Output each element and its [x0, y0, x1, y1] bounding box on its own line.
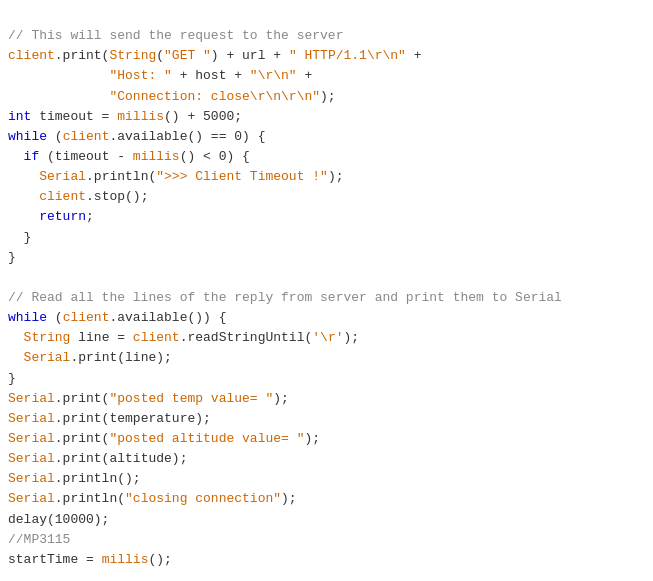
code-line-24: delay(10000); [8, 512, 109, 527]
code-line-19: Serial.print(temperature); [8, 411, 211, 426]
code-line-25: startTime = millis(); [8, 552, 172, 567]
code-editor: // This will send the request to the ser… [8, 6, 645, 570]
code-line-12: } [8, 250, 16, 265]
code-line-21: Serial.print(altitude); [8, 451, 187, 466]
code-line-2: client.print(String("GET ") + url + " HT… [8, 48, 422, 63]
code-line-16: Serial.print(line); [8, 350, 172, 365]
code-line-10: return; [8, 209, 94, 224]
code-line-7: if (timeout - millis() < 0) { [8, 149, 250, 164]
code-line-9: client.stop(); [8, 189, 148, 204]
comment-line-1: // This will send the request to the ser… [8, 28, 343, 43]
code-line-18: Serial.print("posted temp value= "); [8, 391, 289, 406]
code-line-4: "Connection: close\r\n\r\n"); [8, 89, 336, 104]
code-line-14: while (client.available()) { [8, 310, 226, 325]
code-line-8: Serial.println(">>> Client Timeout !"); [8, 169, 344, 184]
code-line-23: Serial.println("closing connection"); [8, 491, 297, 506]
code-line-6: while (client.available() == 0) { [8, 129, 265, 144]
code-line-3: "Host: " + host + "\r\n" + [8, 68, 312, 83]
code-line-11: } [8, 230, 31, 245]
code-line-17: } [8, 371, 16, 386]
code-line-15: String line = client.readStringUntil('\r… [8, 330, 359, 345]
comment-line-2: // Read all the lines of the reply from … [8, 290, 562, 305]
code-line-blank1 [8, 270, 16, 285]
code-line-20: Serial.print("posted altitude value= "); [8, 431, 320, 446]
code-line-5: int timeout = millis() + 5000; [8, 109, 242, 124]
comment-line-3: //MP3115 [8, 532, 70, 547]
code-line-22: Serial.println(); [8, 471, 141, 486]
